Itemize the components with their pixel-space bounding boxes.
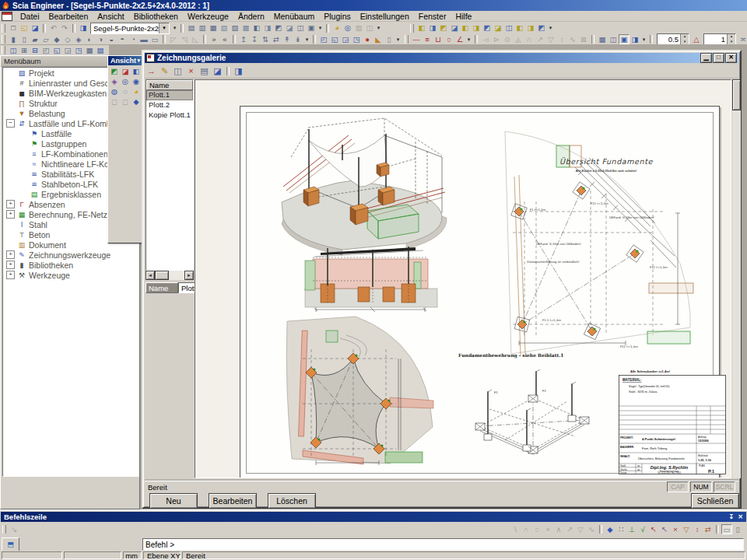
hatch-icon[interactable]: ≡ [422,34,433,44]
load-tool-icon[interactable]: ▭ [149,34,160,44]
grid-view-icon[interactable]: ▦ [597,34,608,44]
maximize-button[interactable]: □ [713,53,724,63]
model-tool-icon[interactable]: ◪ [284,23,295,33]
dimension-line-icon[interactable]: — [411,34,422,44]
load-tool-icon[interactable]: ◇ [62,34,73,44]
delete-plot-icon[interactable]: × [184,65,198,77]
gallery-item-kopie-plott-1[interactable]: Kopie Plott.1 [146,110,193,121]
view-preset-icon[interactable]: ◫ [503,23,514,33]
move-tool-icon[interactable]: ↡ [293,34,303,44]
view-window-icon[interactable]: ⊟ [30,45,40,55]
menu-werkzeuge[interactable]: Werkzeuge [183,12,233,21]
step-forward-icon[interactable]: » [209,34,219,44]
move-tool-icon[interactable]: ⇄ [271,34,282,44]
toolbar-more-arrow[interactable]: ▾ [375,25,382,31]
commandline-tab[interactable]: ⬒ [2,537,19,551]
gallery-item-plott-2[interactable]: Plott.2 [146,100,193,110]
zoom-out-icon[interactable]: ◉ [131,76,142,86]
view-window-icon[interactable]: ▤ [95,45,106,55]
grid-snap-icon[interactable]: ∷ [615,524,626,534]
tree-item-werkzeuge[interactable]: +⚒Werkzeuge [3,270,139,280]
dock-icon[interactable]: ▭ [721,524,732,534]
units-cell[interactable]: mm [123,551,142,559]
new-icon[interactable]: □ [8,23,19,33]
node-snap-icon[interactable]: ↖ [659,524,670,534]
new-button[interactable]: Neu [149,493,198,509]
menu-ansicht[interactable]: Ansicht [93,12,128,21]
load-tool-icon[interactable]: ◐ [84,34,95,44]
accept-icon[interactable]: √ [637,524,648,534]
gallery-item-plott-1[interactable]: Plott.1 [146,90,193,100]
toolbar-more-arrow[interactable]: ▾ [303,37,310,43]
redo-icon[interactable]: ↷ [59,23,70,33]
move-tool-icon[interactable]: ↥ [238,34,249,44]
window-titlebar[interactable]: Scia Engineer - [Segel-5-Punkte-2x2.5+2x… [0,0,747,11]
model-tool-icon[interactable]: ▣ [306,23,317,33]
ortho-icon[interactable]: ⊥ [626,524,637,534]
close-commandline-icon[interactable]: ✕ [738,513,743,520]
tree-expander-icon[interactable]: + [6,261,15,269]
tree-item-zeichnungswerkzeuge[interactable]: +✎Zeichnungswerkzeuge [3,250,139,260]
toolbar-more-arrow[interactable]: ▾ [547,25,554,31]
brush-tool-icon[interactable]: ◣ [373,34,384,44]
view-top-icon[interactable]: ◩ [109,66,120,76]
pin-icon[interactable]: ↧ [729,513,735,520]
reject-icon[interactable]: × [670,524,681,534]
length-snap-icon[interactable]: ↕ [692,524,703,534]
view-preset-icon[interactable]: ◨ [471,23,482,33]
model-tool-icon[interactable]: ▧ [219,23,230,33]
command-input[interactable]: Befehl > [142,538,744,551]
load-tool-icon[interactable]: ▬ [139,34,149,44]
picture-icon[interactable]: ▣ [619,34,630,44]
bracket-icon[interactable]: ⊔ [433,34,444,44]
view-preset-icon[interactable]: ◨ [525,23,536,33]
zoom-in-icon[interactable]: ◎ [120,76,131,86]
save-plot-icon[interactable]: ◪ [211,65,224,77]
export-view-icon[interactable]: ◨ [232,65,245,77]
canvas-vscrollbar[interactable] [732,79,741,478]
cursor-snap-icon[interactable]: ◆ [605,524,615,534]
clipboard-icon[interactable]: ◱ [329,34,340,44]
triangle-icon[interactable]: △ [691,34,702,44]
scroll-left-icon[interactable]: ◄ [146,271,155,280]
toolbar-more-arrow[interactable]: ▾ [465,37,472,43]
load-tool-icon[interactable]: ▱ [40,34,51,44]
view-preset-icon[interactable]: ◧ [514,23,525,33]
commandline-titlebar[interactable]: Befehlszeile ↧ ✕ [1,512,746,522]
view-preset-icon[interactable]: ◧ [416,23,427,33]
model-tool-icon[interactable]: ▨ [230,23,240,33]
tree-expander-icon[interactable]: − [6,119,15,128]
move-tool-icon[interactable]: ↟ [282,34,293,44]
load-tool-icon[interactable]: ◈ [73,34,84,44]
menu-datei[interactable]: Datei [16,12,44,21]
view-preset-icon[interactable]: ◩ [482,23,493,33]
frame-tool-icon[interactable]: ▯ [384,34,395,44]
view-preset-icon[interactable]: ◧ [460,23,471,33]
plot-list-header[interactable]: Name [146,80,193,90]
insert-to-document-icon[interactable]: → [145,65,158,77]
scale-spinner[interactable]: 1▴▾ [703,33,736,45]
mdi-document-icon[interactable] [2,12,12,21]
tree-item-bibliotheken[interactable]: +▮Bibliotheken [3,260,139,270]
workspace-icon[interactable]: ◨ [78,23,89,33]
menu-fenster[interactable]: Fenster [414,12,451,21]
edit-button[interactable]: Bearbeiten [209,493,257,509]
tree-expander-icon[interactable]: + [6,200,15,208]
palette-menu-arrow-icon[interactable]: ▾ [137,58,140,64]
clipboard-icon[interactable]: ◲ [340,34,351,44]
toolbar-more-arrow[interactable]: ▾ [395,37,402,43]
menu-einstellungen[interactable]: Einstellungen [356,12,414,21]
load-tool-icon[interactable]: ◓ [117,34,128,44]
ansicht-titlebar[interactable]: Ansicht ▾ [108,56,142,65]
step-back-icon[interactable]: « [219,34,230,44]
menu-hilfe[interactable]: Hilfe [451,12,476,21]
copy-plot-icon[interactable]: ◫ [171,65,184,77]
menu-bibliotheken[interactable]: Bibliotheken [129,12,183,21]
move-tool-icon[interactable]: ↧ [249,34,260,44]
load-tool-icon[interactable]: ◒ [106,34,117,44]
panel-icon[interactable]: ▯ [732,524,743,534]
view-window-icon[interactable]: ◰ [40,45,51,55]
minimize-button[interactable]: ▁ [700,53,712,63]
project-combo[interactable]: Segel-5-Punkte-2x2.5▾ [90,23,170,34]
zoom-window-icon[interactable]: ◍ [109,86,120,96]
